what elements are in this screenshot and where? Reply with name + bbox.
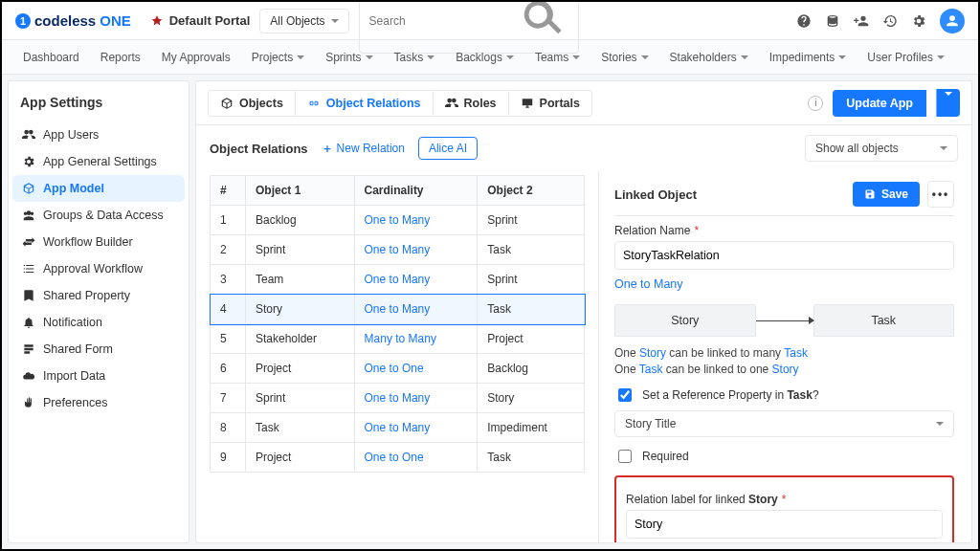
set-reference-checkbox[interactable] <box>618 388 632 402</box>
sidebar-item-workflow-builder[interactable]: Workflow Builder <box>12 229 185 255</box>
cardinality-link[interactable]: One to Many <box>614 277 683 291</box>
nav-item-user-profiles[interactable]: User Profiles <box>867 51 945 64</box>
sidebar-item-preferences[interactable]: Preferences <box>12 389 185 416</box>
nav-item-teams[interactable]: Teams <box>535 51 580 64</box>
col-object-2: Object 2 <box>478 176 585 206</box>
chevron-down-icon <box>641 55 649 59</box>
table-row[interactable]: 4StoryOne to ManyTask <box>211 295 585 324</box>
sidebar-item-app-users[interactable]: App Users <box>12 121 185 148</box>
database-icon[interactable] <box>825 13 840 29</box>
diagram-right-box: Task <box>813 304 955 337</box>
portal-selector[interactable]: Default Portal <box>150 13 251 28</box>
tab-objects[interactable]: Objects <box>208 90 296 117</box>
cardinality-cell[interactable]: Many to Many <box>354 324 478 354</box>
table-row[interactable]: 6ProjectOne to OneBacklog <box>211 354 585 384</box>
monitor-icon <box>521 97 534 110</box>
chevron-down-icon <box>940 146 947 150</box>
update-app-dropdown[interactable] <box>936 89 960 117</box>
nav-item-stories[interactable]: Stories <box>601 51 648 64</box>
col--: # <box>211 176 246 206</box>
more-actions-button[interactable]: ••• <box>927 181 954 208</box>
relation-label-1-input[interactable] <box>626 510 943 539</box>
body: App Settings App UsersApp General Settin… <box>2 75 978 549</box>
search-icon <box>515 0 570 50</box>
diagram-left-box: Story <box>614 304 756 337</box>
checklist-icon <box>22 262 35 276</box>
highlighted-labels-section: Relation label for linked Story* Relatio… <box>614 475 954 542</box>
sidebar-item-notification[interactable]: Notification <box>12 309 185 336</box>
nav-item-backlogs[interactable]: Backlogs <box>456 51 514 64</box>
users-icon <box>22 128 35 142</box>
table-row[interactable]: 3TeamOne to ManySprint <box>211 265 585 295</box>
cardinality-cell[interactable]: One to Many <box>354 235 478 265</box>
relation-label-1: Relation label for linked Story* <box>626 493 943 506</box>
nav-item-dashboard[interactable]: Dashboard <box>23 51 79 64</box>
cardinality-cell[interactable]: One to One <box>354 354 478 384</box>
add-user-icon[interactable] <box>854 13 869 29</box>
col-object-1: Object 1 <box>245 176 354 206</box>
main-panel: ObjectsObject RelationsRolesPortals i Up… <box>195 80 972 543</box>
nav-item-my-approvals[interactable]: My Approvals <box>162 51 231 64</box>
logo[interactable]: 1 codelessONE <box>15 12 131 29</box>
chevron-down-icon <box>297 55 304 59</box>
reference-property-select[interactable]: Story Title <box>614 410 954 437</box>
cardinality-cell[interactable]: One to Many <box>354 384 478 413</box>
chevron-down-icon <box>741 55 748 59</box>
save-button[interactable]: Save <box>853 182 920 207</box>
nav-item-reports[interactable]: Reports <box>100 51 141 64</box>
table-row[interactable]: 7SprintOne to ManyStory <box>211 384 585 413</box>
sidebar-item-approval-workflow[interactable]: Approval Workflow <box>12 255 185 282</box>
cardinality-cell[interactable]: One to Many <box>354 265 478 295</box>
cardinality-cell[interactable]: One to Many <box>354 295 478 324</box>
nav-item-sprints[interactable]: Sprints <box>325 51 372 64</box>
new-relation-button[interactable]: ＋ New Relation <box>322 141 405 157</box>
cube-icon <box>220 97 234 110</box>
required-row: Required <box>614 447 954 466</box>
cardinality-cell[interactable]: One to Many <box>354 413 478 443</box>
chevron-down-icon <box>366 55 373 59</box>
tab-object-relations[interactable]: Object Relations <box>296 90 434 117</box>
sidebar-item-shared-property[interactable]: Shared Property <box>12 282 185 309</box>
settings-icon[interactable] <box>911 13 926 29</box>
cube-icon <box>22 182 35 195</box>
nav-item-tasks[interactable]: Tasks <box>394 51 435 64</box>
filter-objects-select[interactable]: Show all objects <box>805 135 958 162</box>
portal-label: Default Portal <box>169 13 251 28</box>
gear-icon <box>22 155 35 168</box>
table-row[interactable]: 5StakeholderMany to ManyProject <box>211 324 585 354</box>
info-icon[interactable]: i <box>808 96 823 111</box>
save-icon <box>864 188 876 200</box>
cardinality-cell[interactable]: One to One <box>354 443 478 473</box>
all-objects-selector[interactable]: All Objects <box>259 9 348 33</box>
required-label: Required <box>642 450 689 463</box>
search-input[interactable] <box>368 13 515 29</box>
avatar[interactable] <box>940 9 965 33</box>
update-app-button[interactable]: Update App <box>833 90 926 117</box>
table-row[interactable]: 9ProjectOne to OneTask <box>211 443 585 473</box>
sidebar-item-app-model[interactable]: App Model <box>12 175 185 202</box>
history-icon[interactable] <box>882 13 898 29</box>
sidebar-item-groups-data-access[interactable]: Groups & Data Access <box>12 202 185 229</box>
table-row[interactable]: 1BacklogOne to ManySprint <box>211 206 585 235</box>
required-checkbox[interactable] <box>618 450 632 463</box>
help-icon[interactable] <box>796 13 812 29</box>
tab-roles[interactable]: Roles <box>434 90 509 117</box>
relation-name-input[interactable] <box>614 241 954 270</box>
nav-item-stakeholders[interactable]: Stakeholders <box>670 51 748 64</box>
table-row[interactable]: 8TaskOne to ManyImpediment <box>211 413 585 443</box>
sidebar-item-app-general-settings[interactable]: App General Settings <box>12 148 185 175</box>
nav-item-impediments[interactable]: Impediments <box>769 51 847 64</box>
cardinality-cell[interactable]: One to Many <box>354 206 478 235</box>
content: #Object 1CardinalityObject 2 1BacklogOne… <box>196 171 971 542</box>
relation-note-2: One Task can be linked to one Story <box>614 363 954 376</box>
link-icon <box>307 97 321 110</box>
nav-item-projects[interactable]: Projects <box>252 51 304 64</box>
chevron-down-icon <box>506 55 514 59</box>
sidebar-item-import-data[interactable]: Import Data <box>12 363 185 389</box>
sidebar-item-shared-form[interactable]: Shared Form <box>12 336 185 363</box>
global-search[interactable] <box>359 0 579 54</box>
table-row[interactable]: 2SprintOne to ManyTask <box>211 235 585 265</box>
alice-ai-button[interactable]: Alice AI <box>418 137 478 160</box>
tab-portals[interactable]: Portals <box>509 90 592 117</box>
dots-icon: ••• <box>932 187 950 201</box>
